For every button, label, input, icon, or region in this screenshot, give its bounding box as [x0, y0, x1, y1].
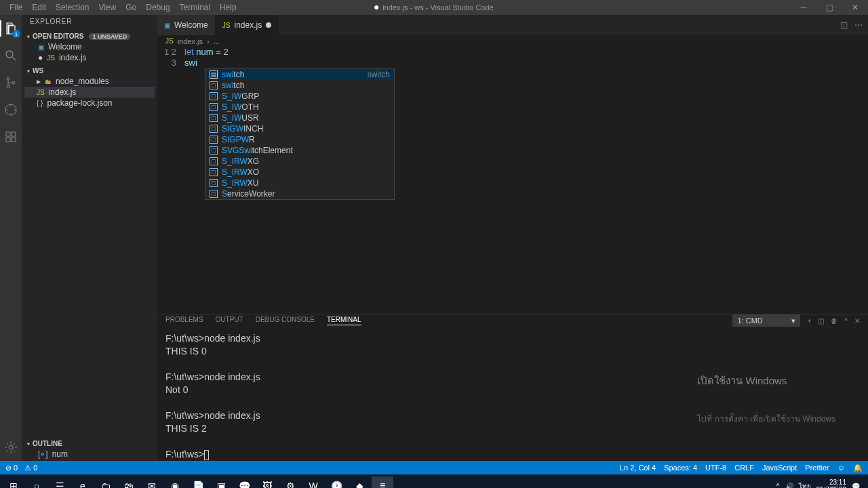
taskbar-edge-icon[interactable]: e: [72, 476, 94, 488]
window-title: index.js - ws - Visual Studio Code: [374, 3, 494, 12]
status-item[interactable]: ⊘ 0: [5, 464, 18, 472]
titlebar: FileEditSelectionViewGoDebugTerminalHelp…: [0, 0, 868, 15]
outline-title[interactable]: ▾ OUTLINE: [24, 439, 155, 449]
menu-help[interactable]: Help: [216, 1, 241, 14]
menu-file[interactable]: File: [5, 1, 26, 14]
outline-item[interactable]: [∘] num: [24, 449, 155, 460]
editor-tab[interactable]: JSindex.js: [216, 15, 279, 35]
windows-watermark: เปิดใช้งาน Windows ไปที่ การตั้งค่า เพื่…: [697, 348, 835, 451]
line-gutter: 1 2 3: [157, 47, 184, 314]
settings-icon[interactable]: [3, 439, 19, 455]
workspace-section: ▾ WS ▸ 🖿 node_modulesJS index.js{ } pack…: [22, 64, 157, 110]
panel: PROBLEMSOUTPUTDEBUG CONSOLETERMINAL 1: c…: [157, 314, 868, 461]
taskbar-search-icon[interactable]: ○: [26, 476, 47, 488]
explorer-badge: 1: [12, 30, 20, 38]
terminal[interactable]: F:\ut\ws>node index.js THIS IS 0 F:\ut\w…: [157, 327, 868, 488]
suggest-widget[interactable]: ▤switchswitch□switch□S_IWGRP□S_IWOTH□S_I…: [205, 68, 395, 200]
suggest-item[interactable]: □S_IWGRP: [205, 91, 394, 102]
suggest-item[interactable]: □ServiceWorker: [205, 188, 394, 199]
git-icon[interactable]: [3, 75, 19, 91]
unsaved-badge: 1 UNSAVED: [89, 33, 130, 40]
chevron-down-icon: ▾: [791, 317, 795, 325]
minimize-button[interactable]: ─: [791, 0, 816, 15]
editor-area: ▣WelcomeJSindex.js ◫ ⋯ JS index.js › ...…: [157, 15, 868, 461]
maximize-button[interactable]: ▢: [816, 0, 842, 15]
suggest-item[interactable]: □S_IWOTH: [205, 102, 394, 113]
sidebar: EXPLORER ▾ OPEN EDITORS 1 UNSAVED ▣Welco…: [22, 15, 157, 461]
chevron-down-icon: ▾: [27, 441, 30, 446]
terminal-selector[interactable]: 1: cmd ▾: [732, 314, 800, 327]
svg-rect-8: [6, 138, 10, 142]
file-tree-item[interactable]: ▸ 🖿 node_modules: [24, 76, 155, 87]
window-controls: ─ ▢ ✕: [791, 0, 868, 15]
svg-rect-9: [12, 138, 16, 142]
svg-point-0: [6, 51, 13, 58]
extensions-icon[interactable]: [3, 129, 19, 145]
dirty-dot-icon: [374, 5, 378, 9]
breadcrumb[interactable]: JS index.js › ...: [157, 35, 868, 47]
menu-go[interactable]: Go: [121, 1, 140, 14]
outline-section: ▾ OUTLINE [∘] num: [22, 437, 157, 461]
suggest-item[interactable]: □switch: [205, 80, 394, 91]
more-icon[interactable]: ⋯: [854, 20, 863, 30]
suggest-item[interactable]: □SVGSwitchElement: [205, 145, 394, 156]
file-tree-item[interactable]: JS index.js: [24, 87, 155, 98]
code-editor[interactable]: 1 2 3 let num = 2 swi ▤switchswitch□swit…: [157, 47, 868, 314]
activity-bar: 1: [0, 15, 22, 461]
split-editor-icon[interactable]: ◫: [840, 20, 848, 30]
editor-tabs: ▣WelcomeJSindex.js ◫ ⋯: [157, 15, 868, 35]
menu-terminal[interactable]: Terminal: [176, 1, 214, 14]
debug-icon[interactable]: [3, 102, 19, 118]
open-editor-item[interactable]: ▣Welcome: [24, 41, 155, 52]
menu-debug[interactable]: Debug: [142, 1, 174, 14]
kill-terminal-icon[interactable]: 🗑: [831, 317, 837, 325]
panel-tab-output[interactable]: OUTPUT: [216, 316, 243, 325]
suggest-item[interactable]: □S_IRWXO: [205, 167, 394, 178]
suggest-item[interactable]: □S_IRWXG: [205, 156, 394, 167]
svg-point-10: [9, 445, 13, 449]
search-icon[interactable]: [3, 47, 19, 64]
workspace-title[interactable]: ▾ WS: [24, 66, 155, 76]
panel-tab-problems[interactable]: PROBLEMS: [165, 316, 203, 325]
suggest-item[interactable]: ▤switchswitch: [205, 69, 394, 80]
menu-selection[interactable]: Selection: [52, 1, 93, 14]
taskbar-store-icon[interactable]: 🛍: [118, 476, 140, 488]
maximize-panel-icon[interactable]: ^: [844, 317, 848, 325]
open-editors-title[interactable]: ▾ OPEN EDITORS 1 UNSAVED: [24, 31, 155, 41]
svg-point-2: [7, 77, 9, 80]
explorer-icon[interactable]: 1: [3, 20, 19, 37]
suggest-item[interactable]: □S_IWUSR: [205, 113, 394, 123]
suggest-item[interactable]: □SIGWINCH: [205, 123, 394, 134]
js-icon: JS: [165, 37, 174, 45]
taskbar-taskview-icon[interactable]: ☰: [49, 476, 71, 488]
title-text: index.js - ws - Visual Studio Code: [382, 3, 494, 12]
svg-point-4: [12, 81, 15, 84]
open-editors-section: ▾ OPEN EDITORS 1 UNSAVED ▣Welcome●JSinde…: [22, 30, 157, 64]
svg-rect-6: [6, 132, 10, 136]
new-terminal-icon[interactable]: +: [807, 317, 811, 325]
menu-bar: FileEditSelectionViewGoDebugTerminalHelp: [5, 1, 241, 14]
file-tree-item[interactable]: { } package-lock.json: [24, 98, 155, 108]
split-terminal-icon[interactable]: ◫: [818, 317, 824, 325]
editor-tab[interactable]: ▣Welcome: [157, 15, 216, 35]
svg-rect-7: [12, 132, 16, 136]
close-button[interactable]: ✕: [842, 0, 868, 15]
suggest-item[interactable]: □S_IRWXU: [205, 178, 394, 188]
panel-tab-terminal[interactable]: TERMINAL: [327, 316, 361, 325]
sidebar-header: EXPLORER: [22, 15, 157, 30]
chevron-down-icon: ▾: [27, 68, 30, 73]
terminal-cursor: [204, 450, 209, 460]
menu-edit[interactable]: Edit: [28, 1, 50, 14]
suggest-item[interactable]: □SIGPWR: [205, 134, 394, 145]
status-item[interactable]: ⚠ 0: [24, 464, 37, 472]
close-panel-icon[interactable]: ✕: [854, 317, 860, 325]
svg-point-3: [7, 85, 9, 88]
open-editor-item[interactable]: ●JSindex.js: [24, 52, 155, 63]
chevron-right-icon: ›: [207, 37, 210, 45]
taskbar-folder-icon[interactable]: 🗀: [95, 476, 117, 488]
taskbar-start-icon[interactable]: ⊞: [3, 476, 24, 488]
svg-line-1: [12, 57, 16, 60]
menu-view[interactable]: View: [94, 1, 120, 14]
dirty-indicator: [266, 22, 271, 28]
panel-tab-debug-console[interactable]: DEBUG CONSOLE: [256, 316, 315, 325]
